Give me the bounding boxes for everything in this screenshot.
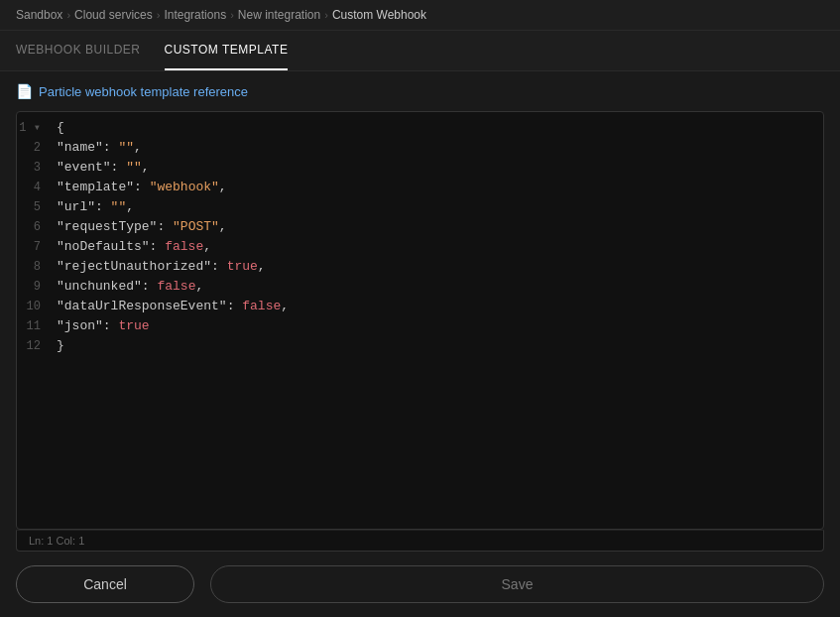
code-line-10: 10 "dataUrlResponseEvent": false, — [17, 299, 823, 318]
code-line-3: 3 "event": "", — [17, 160, 823, 180]
code-line-7: 7 "noDefaults": false, — [17, 239, 823, 259]
line-number-8: 8 — [17, 260, 57, 274]
tab-bar: WEBHOOK BUILDER CUSTOM TEMPLATE — [0, 31, 840, 71]
reference-link[interactable]: 📄 Particle webhook template reference — [16, 83, 824, 99]
line-number-4: 4 — [17, 181, 57, 194]
line-content-8: "rejectUnauthorized": true, — [57, 259, 266, 274]
line-number-11: 11 — [17, 319, 57, 333]
code-line-5: 5 "url": "", — [17, 199, 823, 219]
code-line-8: 8 "rejectUnauthorized": true, — [17, 259, 823, 279]
code-editor[interactable]: 1 ▾ { 2 "name": "", 3 "event": "", 4 "te… — [16, 111, 824, 530]
line-number-1: 1 ▾ — [17, 120, 57, 135]
code-line-1: 1 ▾ { — [17, 120, 823, 140]
line-number-9: 9 — [17, 280, 57, 294]
breadcrumb-sep-4: › — [324, 9, 328, 21]
tab-webhook-builder[interactable]: WEBHOOK BUILDER — [16, 31, 141, 70]
save-button[interactable]: Save — [210, 565, 824, 603]
breadcrumb: Sandbox › Cloud services › Integrations … — [0, 0, 840, 31]
line-content-3: "event": "", — [57, 160, 150, 175]
line-number-7: 7 — [17, 240, 57, 254]
breadcrumb-sep-3: › — [230, 9, 234, 21]
line-content-6: "requestType": "POST", — [57, 219, 227, 234]
line-content-5: "url": "", — [57, 199, 134, 214]
line-content-10: "dataUrlResponseEvent": false, — [57, 299, 289, 313]
breadcrumb-new-integration[interactable]: New integration — [238, 8, 320, 22]
editor-body[interactable]: 1 ▾ { 2 "name": "", 3 "event": "", 4 "te… — [17, 112, 823, 529]
line-content-1: { — [57, 120, 64, 135]
doc-icon: 📄 — [16, 83, 33, 99]
code-line-12: 12 } — [17, 338, 823, 358]
code-line-11: 11 "json": true — [17, 318, 823, 338]
line-number-6: 6 — [17, 220, 57, 234]
line-number-5: 5 — [17, 200, 57, 214]
breadcrumb-sep-1: › — [66, 9, 70, 21]
line-content-11: "json": true — [57, 318, 150, 333]
breadcrumb-custom-webhook: Custom Webhook — [332, 8, 426, 22]
code-line-4: 4 "template": "webhook", — [17, 180, 823, 199]
reference-link-text: Particle webhook template reference — [39, 84, 248, 99]
tab-custom-template[interactable]: CUSTOM TEMPLATE — [165, 31, 289, 70]
line-content-12: } — [57, 338, 64, 353]
reference-section: 📄 Particle webhook template reference — [0, 71, 840, 111]
line-content-9: "unchunked": false, — [57, 279, 203, 294]
line-content-7: "noDefaults": false, — [57, 239, 211, 254]
cancel-button[interactable]: Cancel — [16, 565, 194, 603]
line-number-12: 12 — [17, 339, 57, 353]
code-line-6: 6 "requestType": "POST", — [17, 219, 823, 239]
code-line-9: 9 "unchunked": false, — [17, 279, 823, 299]
code-line-2: 2 "name": "", — [17, 140, 823, 160]
line-content-2: "name": "", — [57, 140, 142, 155]
breadcrumb-sandbox[interactable]: Sandbox — [16, 8, 62, 22]
line-number-2: 2 — [17, 141, 57, 155]
breadcrumb-cloud-services[interactable]: Cloud services — [74, 8, 153, 22]
status-bar: Ln: 1 Col: 1 — [16, 530, 824, 552]
line-content-4: "template": "webhook", — [57, 180, 227, 194]
breadcrumb-integrations[interactable]: Integrations — [164, 8, 226, 22]
line-number-10: 10 — [17, 300, 57, 313]
breadcrumb-sep-2: › — [157, 9, 161, 21]
bottom-bar: Cancel Save — [0, 552, 840, 617]
cursor-position: Ln: 1 Col: 1 — [29, 535, 84, 547]
line-number-3: 3 — [17, 161, 57, 175]
